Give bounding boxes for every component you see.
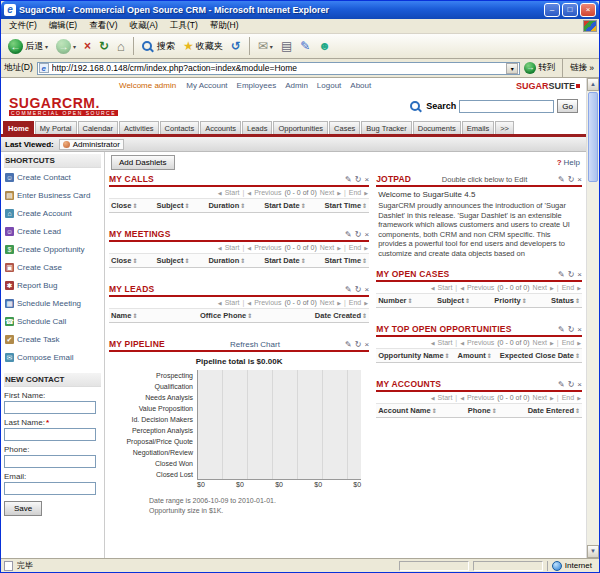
column-header[interactable]: Account Name⇕ [378, 406, 437, 415]
sidebar-shortcut[interactable]: ☺ Create Contact [4, 168, 101, 186]
topbar-link[interactable]: Admin [285, 81, 308, 90]
column-header[interactable]: Start Date⇕ [264, 256, 305, 265]
menu-item[interactable]: 查看(V) [83, 19, 123, 33]
close-dashlet-icon[interactable]: × [577, 380, 582, 389]
menu-item[interactable]: 收藏(A) [124, 19, 164, 33]
add-dashlets-button[interactable]: Add Dashlets [111, 155, 175, 170]
column-header[interactable]: Office Phone⇕ [200, 311, 252, 320]
last-viewed-item[interactable]: Administrator [59, 139, 124, 150]
vertical-scrollbar[interactable]: ▲ ▼ [586, 78, 599, 558]
close-dashlet-icon[interactable]: × [364, 175, 369, 184]
nav-tab[interactable]: Calendar [78, 121, 118, 134]
sidebar-shortcut[interactable]: ✉ Compose Email [4, 348, 101, 366]
favorites-button[interactable]: ★ 收藏夹 [180, 38, 226, 55]
column-header[interactable]: Date Created⇕ [315, 311, 367, 320]
refresh-dashlet-icon[interactable]: ↻ [355, 285, 362, 294]
dashlet-header[interactable]: MY LEADS ✎ ↻ × [109, 284, 369, 297]
close-dashlet-icon[interactable]: × [577, 270, 582, 279]
topbar-link[interactable]: About [350, 81, 371, 90]
edit-dashlet-icon[interactable]: ✎ [345, 285, 352, 294]
refresh-dashlet-icon[interactable]: ↻ [568, 325, 575, 334]
edit-dashlet-icon[interactable]: ✎ [558, 270, 565, 279]
column-header[interactable]: Date Entered⇕ [528, 406, 580, 415]
nav-tab[interactable]: >> [495, 121, 514, 134]
column-header[interactable]: Phone⇕ [468, 406, 497, 415]
search-toolbar-button[interactable]: 搜索 [139, 39, 178, 54]
refresh-dashlet-icon[interactable]: ↻ [568, 380, 575, 389]
sidebar-shortcut[interactable]: $ Create Opportunity [4, 240, 101, 258]
column-header[interactable]: Subject⇕ [156, 201, 189, 210]
nav-tab[interactable]: My Portal [35, 121, 77, 134]
refresh-dashlet-icon[interactable]: ↻ [568, 270, 575, 279]
column-header[interactable]: Opportunity Name⇕ [378, 351, 449, 360]
column-header[interactable]: Close⇕ [111, 256, 137, 265]
scroll-up-button[interactable]: ▲ [587, 78, 599, 91]
nav-tab[interactable]: Accounts [200, 121, 241, 134]
dashlet-header[interactable]: MY ACCOUNTS ✎ ↻ × [376, 379, 582, 392]
column-header[interactable]: Expected Close Date⇕ [500, 351, 580, 360]
column-header[interactable]: Start Time⇕ [325, 256, 368, 265]
messenger-button[interactable]: ☻ [315, 38, 334, 55]
help-link[interactable]: ? Help [557, 158, 580, 167]
sidebar-shortcut[interactable]: ▦ Schedule Meeting [4, 294, 101, 312]
close-dashlet-icon[interactable]: × [577, 175, 582, 184]
jotpad-content[interactable]: Welcome to SugarSuite 4.5 SugarCRM proud… [376, 187, 582, 261]
dashlet-header[interactable]: MY OPEN CASES ✎ ↻ × [376, 269, 582, 282]
forward-dropdown-icon[interactable]: ▾ [73, 43, 76, 50]
refresh-button[interactable]: ↻ [96, 38, 112, 55]
refresh-dashlet-icon[interactable]: ↻ [568, 175, 575, 184]
column-header[interactable]: Number⇕ [378, 296, 412, 305]
edit-dashlet-icon[interactable]: ✎ [558, 175, 565, 184]
close-dashlet-icon[interactable]: × [577, 325, 582, 334]
dashlet-header[interactable]: MY MEETINGS ✎ ↻ × [109, 229, 369, 242]
menu-item[interactable]: 文件(F) [3, 19, 43, 33]
column-header[interactable]: Duration⇕ [208, 201, 245, 210]
dashlet-header[interactable]: MY PIPELINE Refresh Chart ✎ ↻ × [109, 339, 369, 352]
stop-button[interactable]: × [81, 38, 94, 55]
sidebar-shortcut[interactable]: ✔ Create Task [4, 330, 101, 348]
edit-dashlet-icon[interactable]: ✎ [558, 325, 565, 334]
close-dashlet-icon[interactable]: × [364, 285, 369, 294]
column-header[interactable]: Duration⇕ [208, 256, 245, 265]
close-dashlet-icon[interactable]: × [364, 340, 369, 349]
edit-dashlet-icon[interactable]: ✎ [345, 340, 352, 349]
field-input[interactable] [4, 428, 96, 441]
column-header[interactable]: Start Date⇕ [264, 201, 305, 210]
nav-tab[interactable]: Contacts [160, 121, 200, 134]
sidebar-shortcut[interactable]: ▣ Create Case [4, 258, 101, 276]
column-header[interactable]: Close⇕ [111, 201, 137, 210]
edit-button[interactable]: ✎ [297, 38, 313, 55]
search-input[interactable] [459, 100, 554, 113]
back-dropdown-icon[interactable]: ▾ [45, 43, 48, 50]
nav-tab[interactable]: Emails [462, 121, 495, 134]
scroll-down-button[interactable]: ▼ [587, 545, 599, 558]
edit-dashlet-icon[interactable]: ✎ [345, 230, 352, 239]
go-button[interactable]: → 转到 [524, 62, 555, 74]
topbar-link[interactable]: Employees [237, 81, 277, 90]
sidebar-shortcut[interactable]: ☺ Create Lead [4, 222, 101, 240]
print-button[interactable]: ▤ [278, 38, 295, 55]
dashlet-header[interactable]: MY CALLS ✎ ↻ × [109, 174, 369, 187]
sidebar-shortcut[interactable]: ✱ Report Bug [4, 276, 101, 294]
sidebar-shortcut[interactable]: ▤ Enter Business Card [4, 186, 101, 204]
field-input[interactable] [4, 455, 96, 468]
nav-tab[interactable]: Cases [329, 121, 360, 134]
topbar-link[interactable]: My Account [186, 81, 227, 90]
nav-tab[interactable]: Leads [242, 121, 272, 134]
mail-dropdown-icon[interactable]: ▾ [270, 43, 273, 50]
save-button[interactable]: Save [4, 501, 42, 516]
topbar-link[interactable]: Logout [317, 81, 341, 90]
column-header[interactable]: Subject⇕ [156, 256, 189, 265]
nav-tab[interactable]: Activities [119, 121, 159, 134]
column-header[interactable]: Amount⇕ [458, 351, 492, 360]
nav-tab[interactable]: Bug Tracker [361, 121, 411, 134]
close-button[interactable]: × [580, 3, 596, 17]
maximize-button[interactable]: □ [562, 3, 578, 17]
refresh-dashlet-icon[interactable]: ↻ [355, 340, 362, 349]
sidebar-shortcut[interactable]: ☎ Schedule Call [4, 312, 101, 330]
minimize-button[interactable]: – [544, 3, 560, 17]
address-input[interactable]: e http://192.168.0.148/crm/index.php?act… [37, 62, 520, 75]
column-header[interactable]: Subject⇕ [437, 296, 470, 305]
column-header[interactable]: Priority⇕ [494, 296, 526, 305]
menu-item[interactable]: 编辑(E) [43, 19, 83, 33]
